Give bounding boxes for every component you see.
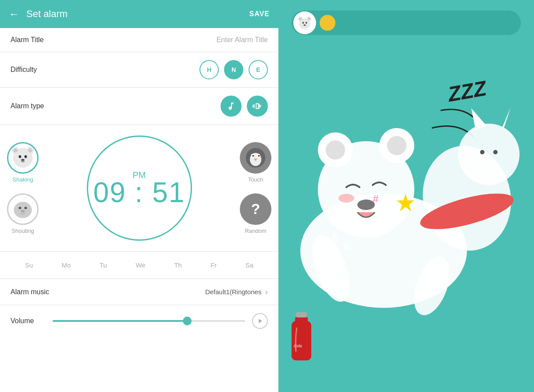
day-saturday[interactable]: Sa — [243, 260, 256, 271]
svg-point-3 — [14, 149, 18, 153]
svg-point-10 — [25, 207, 27, 209]
svg-marker-42 — [502, 107, 511, 128]
svg-rect-51 — [296, 312, 307, 317]
random-avatar: ? — [240, 193, 271, 225]
toggle-dot — [320, 15, 335, 31]
svg-point-34 — [387, 136, 406, 155]
touch-label: Touch — [248, 176, 263, 183]
svg-point-32 — [326, 140, 345, 160]
right-characters: Touch ? Random — [240, 142, 271, 234]
random-character[interactable]: ? Random — [240, 193, 271, 234]
alarm-type-label: Alarm type — [11, 102, 221, 110]
alarm-type-sound[interactable] — [221, 96, 242, 117]
alarm-music-label: Alarm music — [11, 288, 205, 296]
shouting-character[interactable]: Shouting — [7, 193, 39, 234]
svg-point-6 — [25, 155, 27, 158]
day-tuesday[interactable]: Tu — [97, 260, 110, 271]
day-monday[interactable]: Mo — [59, 260, 74, 271]
difficulty-normal[interactable]: N — [224, 60, 243, 79]
svg-point-17 — [258, 155, 260, 157]
difficulty-label: Difficulty — [11, 66, 199, 74]
form-content: Alarm Title Enter Alarm Title Difficulty… — [0, 28, 278, 392]
day-friday[interactable]: Fr — [208, 260, 219, 271]
day-selection-row: Su Mo Tu We Th Fr Sa — [0, 252, 278, 279]
svg-point-44 — [493, 150, 498, 154]
svg-point-40 — [458, 124, 520, 185]
left-characters: Shaking — [7, 142, 39, 234]
svg-text:?: ? — [251, 201, 260, 217]
play-button[interactable] — [252, 313, 268, 329]
svg-text:ZZZ: ZZZ — [445, 76, 489, 106]
shaking-avatar — [7, 142, 39, 174]
alarm-music-chevron-icon: › — [265, 287, 268, 297]
alarm-title-row: Alarm Title Enter Alarm Title — [0, 28, 278, 52]
toggle-bear-avatar — [293, 11, 316, 34]
svg-point-16 — [253, 155, 254, 157]
difficulty-row: Difficulty H N E — [0, 52, 278, 88]
difficulty-hard[interactable]: H — [199, 60, 219, 79]
alarm-type-row: Alarm type — [0, 88, 278, 125]
save-button[interactable]: SAVE — [249, 10, 270, 18]
touch-avatar — [240, 142, 271, 174]
page-title: Set alarm — [26, 8, 249, 20]
day-thursday[interactable]: Th — [171, 260, 185, 271]
svg-point-23 — [299, 18, 302, 20]
left-panel: ← Set alarm SAVE Alarm Title Enter Alarm… — [0, 0, 278, 392]
svg-point-27 — [303, 25, 306, 26]
svg-point-25 — [303, 22, 304, 24]
sleeping-illustration: ZZZ # — [278, 0, 534, 392]
alarm-type-buttons — [221, 96, 268, 117]
clock-display[interactable]: PM 09 : 51 — [87, 135, 192, 241]
volume-row: Volume — [0, 305, 278, 337]
svg-point-43 — [480, 150, 484, 154]
svg-point-9 — [19, 207, 21, 209]
difficulty-easy[interactable]: E — [249, 60, 268, 79]
day-wednesday[interactable]: We — [133, 260, 148, 271]
svg-point-11 — [21, 210, 25, 213]
app-header: ← Set alarm SAVE — [0, 0, 278, 28]
svg-point-37 — [357, 200, 375, 210]
svg-point-35 — [338, 194, 354, 203]
volume-label: Volume — [11, 317, 46, 325]
difficulty-buttons: H N E — [199, 60, 268, 79]
random-label: Random — [245, 228, 266, 234]
svg-point-7 — [21, 159, 24, 161]
alarm-music-value: Default1(Ringtones — [205, 288, 261, 296]
touch-character[interactable]: Touch — [240, 142, 271, 183]
svg-point-24 — [308, 18, 310, 20]
right-panel: ZZZ # — [278, 0, 534, 392]
alarm-title-label: Alarm Title — [11, 36, 217, 44]
shouting-label: Shouting — [11, 228, 34, 234]
volume-thumb[interactable] — [183, 317, 192, 325]
back-button[interactable]: ← — [9, 8, 19, 20]
svg-point-26 — [306, 22, 307, 24]
svg-text:Cola: Cola — [294, 344, 302, 348]
alarm-music-row[interactable]: Alarm music Default1(Ringtones › — [0, 279, 278, 305]
volume-slider[interactable] — [53, 320, 245, 322]
day-sunday[interactable]: Su — [22, 260, 36, 271]
clock-time: 09 : 51 — [93, 178, 185, 207]
svg-rect-49 — [292, 321, 311, 360]
shaking-label: Shaking — [13, 176, 33, 183]
svg-rect-50 — [295, 317, 308, 325]
toggle-bar[interactable] — [292, 11, 521, 35]
volume-fill — [53, 320, 187, 322]
shaking-character[interactable]: Shaking — [7, 142, 39, 183]
shouting-avatar — [7, 193, 39, 225]
clock-section: Shaking — [0, 125, 278, 252]
svg-point-4 — [28, 149, 32, 153]
alarm-title-input[interactable]: Enter Alarm Title — [217, 36, 268, 44]
alarm-type-vibrate[interactable] — [247, 96, 268, 117]
svg-point-5 — [19, 155, 21, 158]
